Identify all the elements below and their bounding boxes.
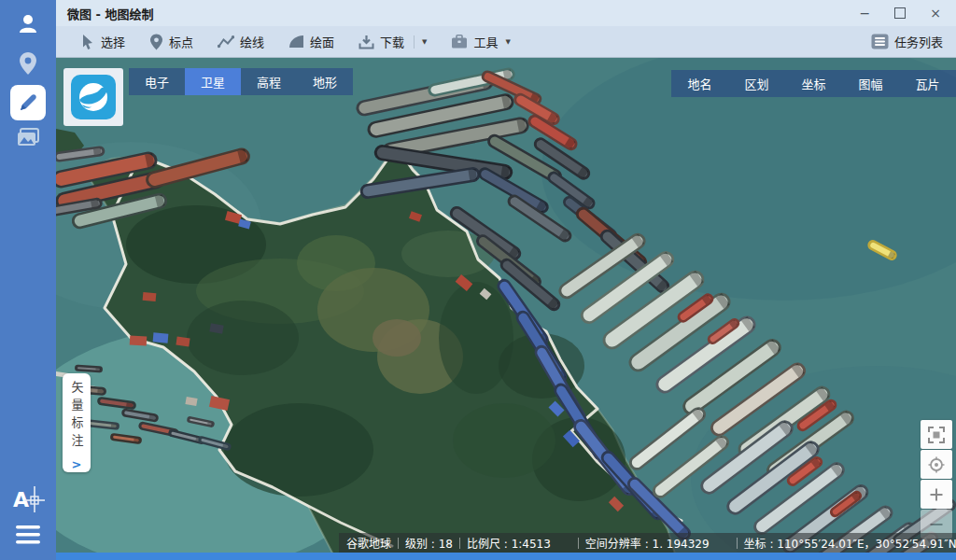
status-bar: 谷歌地球 级别 : 18 比例尺 : 1:4513 空间分辨率 : 1. 194… <box>339 533 956 553</box>
window-controls: − × <box>860 7 956 20</box>
locate-button[interactable] <box>921 450 952 479</box>
mark-point-label: 标点 <box>169 33 193 50</box>
task-list-icon <box>871 34 889 49</box>
tools-label: 工具 <box>473 33 498 50</box>
polygon-icon <box>288 35 304 49</box>
tab-coordinates[interactable]: 坐标 <box>785 70 842 97</box>
draw-area-button[interactable]: 绘面 <box>288 33 334 50</box>
status-divider <box>578 538 579 549</box>
select-button[interactable]: 选择 <box>80 33 125 50</box>
status-divider <box>398 538 399 549</box>
satellite-map[interactable] <box>56 58 956 560</box>
tab-tiles[interactable]: 瓦片 <box>899 70 956 97</box>
resolution-label: 空间分辨率 : 1. 194329 <box>585 535 710 551</box>
mark-point-button[interactable]: 标点 <box>149 33 193 50</box>
user-icon <box>16 11 40 35</box>
toolbar: 选择 标点 绘线 绘面 下载 ▼ <box>56 26 956 58</box>
tab-elevation-map[interactable]: 高程 <box>241 68 297 95</box>
sidebar-item-menu[interactable] <box>0 521 56 549</box>
building <box>143 292 157 301</box>
polyline-icon <box>218 35 234 49</box>
tab-satellite-map[interactable]: 卫星 <box>185 68 241 95</box>
terrain-patch <box>224 403 373 497</box>
tab-terrain-map[interactable]: 地形 <box>297 68 353 95</box>
map-source-label: 谷歌地球 <box>346 535 391 551</box>
sidebar-item-draw[interactable] <box>0 82 56 123</box>
map-provider-logo[interactable] <box>63 68 123 126</box>
window-title: 微图 - 地图绘制 <box>56 5 153 22</box>
status-divider <box>737 538 738 549</box>
draw-area-label: 绘面 <box>310 33 334 50</box>
building <box>130 336 147 346</box>
zoom-level-label: 级别 : 18 <box>405 535 453 551</box>
task-list-label: 任务列表 <box>894 33 943 50</box>
close-button[interactable]: × <box>930 7 941 20</box>
text-annotation-icon: A <box>11 484 45 514</box>
vector-annotation-panel[interactable]: 矢量标注 > <box>63 373 91 472</box>
minimize-button[interactable]: − <box>860 7 871 20</box>
image-icon <box>16 127 40 149</box>
active-tool-tile <box>10 85 46 120</box>
coordinates-label: 坐标 : 110°55′24.01″E，30°52′54.91″N <box>744 535 956 551</box>
plus-icon <box>929 487 944 502</box>
download-label: 下载 <box>380 33 404 50</box>
locate-target-icon <box>928 456 945 473</box>
maximize-button[interactable] <box>894 7 906 19</box>
window-bottom-border <box>56 553 956 560</box>
hamburger-menu-icon <box>15 525 41 545</box>
draw-line-label: 绘线 <box>240 33 264 50</box>
overlay-tab-bar: 地名 区划 坐标 图幅 瓦片 <box>671 70 956 97</box>
download-split-divider <box>414 35 415 49</box>
tools-caret-icon[interactable]: ▼ <box>505 38 510 46</box>
tab-electronic-map[interactable]: 电子 <box>129 68 185 95</box>
sidebar-item-images[interactable] <box>0 123 56 153</box>
sidebar-item-user[interactable] <box>0 7 56 39</box>
location-pin-icon <box>18 51 38 76</box>
title-bar: 微图 - 地图绘制 − × <box>56 0 956 26</box>
sidebar-item-location[interactable] <box>0 49 56 78</box>
layer-tab-bar: 电子 卫星 高程 地形 <box>129 68 353 95</box>
map-control-stack <box>921 420 952 539</box>
draw-line-button[interactable]: 绘线 <box>218 33 264 50</box>
google-earth-icon <box>71 75 116 119</box>
cursor-icon <box>80 34 95 49</box>
select-label: 选择 <box>101 33 125 50</box>
tab-map-sheets[interactable]: 图幅 <box>842 70 899 97</box>
terrain-patch <box>187 301 299 375</box>
sidebar-item-text-annotate[interactable]: A <box>0 483 56 515</box>
tools-button[interactable]: 工具 ▼ <box>451 33 510 50</box>
download-icon <box>358 35 374 49</box>
terrain-patch <box>453 403 555 478</box>
building <box>153 332 169 343</box>
tab-place-names[interactable]: 地名 <box>671 70 728 97</box>
task-list-button[interactable]: 任务列表 <box>871 33 943 50</box>
download-caret-icon[interactable]: ▼ <box>422 38 427 46</box>
download-button[interactable]: 下载 ▼ <box>358 33 427 50</box>
pencil-icon <box>18 92 38 113</box>
terrain-patch <box>373 319 421 357</box>
fullscreen-button[interactable] <box>921 420 952 449</box>
map-viewport[interactable]: 电子 卫星 高程 地形 地名 区划 坐标 图幅 瓦片 矢量标注 > <box>56 58 956 560</box>
briefcase-icon <box>451 35 468 49</box>
scale-label: 比例尺 : 1:4513 <box>467 535 551 551</box>
app-sidebar: A <box>0 0 56 560</box>
expand-arrow-icon[interactable]: > <box>72 457 82 471</box>
vector-annotation-label: 矢量标注 <box>71 381 83 452</box>
status-divider <box>459 538 460 549</box>
fullscreen-icon <box>928 427 945 443</box>
tab-districts[interactable]: 区划 <box>728 70 785 97</box>
minus-icon <box>929 517 944 532</box>
pin-icon <box>149 34 163 50</box>
zoom-in-button[interactable] <box>921 480 952 509</box>
